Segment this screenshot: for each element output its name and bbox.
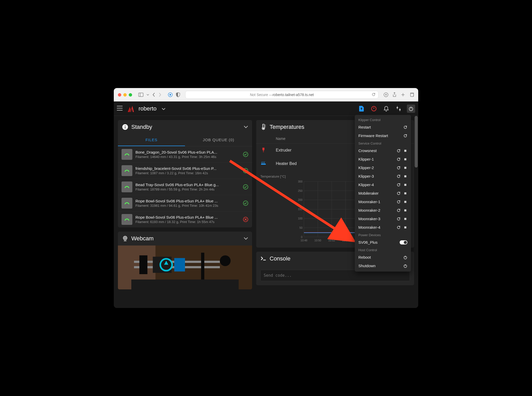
dropdown-item-label: Moonraker-2 xyxy=(358,208,394,212)
collapse-icon[interactable] xyxy=(244,236,248,241)
dropdown-item-label: Klipper-2 xyxy=(358,165,394,170)
dropdown-section-header: Power Devices xyxy=(355,232,411,238)
scrollbar[interactable] xyxy=(415,116,418,168)
terminal-icon xyxy=(260,256,267,262)
upload-file-button[interactable] xyxy=(357,105,366,113)
file-meta: Filament: 1087 mm / 3.22 g, Print Time: … xyxy=(135,171,240,175)
new-tab-icon[interactable] xyxy=(401,92,405,97)
dropdown-item[interactable]: Klipper-4 xyxy=(355,180,411,189)
file-thumbnail xyxy=(122,149,132,160)
svg-point-39 xyxy=(263,128,264,129)
dropdown-item-label: Moonraker-3 xyxy=(358,217,394,221)
webcam-stream[interactable] xyxy=(118,245,252,289)
dropdown-item-label: Moonraker-4 xyxy=(358,225,394,229)
notifications-button[interactable] xyxy=(382,105,390,113)
maximize-window-button[interactable] xyxy=(129,93,132,97)
svg-rect-20 xyxy=(124,184,130,190)
tab-job-queue[interactable]: JOB QUEUE (0) xyxy=(185,134,252,146)
svg-point-27 xyxy=(124,237,126,239)
toggle-switch[interactable] xyxy=(400,240,407,244)
dropdown-section-header: Klipper Control xyxy=(355,116,411,123)
file-row[interactable]: friendship_bracelent-Sovol Sv06 Plus-eSu… xyxy=(118,163,252,179)
dropdown-item-label: Shutdown xyxy=(358,264,401,268)
dropdown-item-label: Klipper-1 xyxy=(358,157,394,161)
dropdown-section-header: Service Control xyxy=(355,140,411,146)
security-label: Not Secure — xyxy=(250,93,273,97)
power-menu-button[interactable] xyxy=(407,105,415,113)
svg-rect-18 xyxy=(124,168,130,174)
file-thumbnail xyxy=(122,198,132,209)
reload-icon[interactable] xyxy=(372,92,376,97)
dropdown-item[interactable]: SV06_Plus xyxy=(355,238,411,247)
svg-rect-8 xyxy=(117,110,123,110)
file-row[interactable]: Bead Tray-Sovol Sv06 Plus-eSun PLA+ Blue… xyxy=(118,179,252,195)
success-icon xyxy=(243,200,248,206)
webcam-icon xyxy=(122,235,128,242)
svg-rect-77 xyxy=(404,226,406,228)
dropdown-item[interactable]: Klipper-1 xyxy=(355,155,411,163)
svg-rect-71 xyxy=(404,175,406,177)
dropdown-item[interactable]: Restart xyxy=(355,123,411,131)
svg-text:100: 100 xyxy=(298,217,303,220)
tabs-overview-icon[interactable] xyxy=(409,92,414,97)
dropdown-item-label: Klipper-3 xyxy=(358,174,394,178)
url-bar[interactable]: Not Secure — roberto.tailnet-a578.ts.net xyxy=(185,91,378,99)
settings-button[interactable] xyxy=(394,105,403,113)
svg-rect-35 xyxy=(174,258,185,272)
chevron-down-icon[interactable] xyxy=(147,94,149,96)
menu-button[interactable] xyxy=(117,106,123,112)
close-window-button[interactable] xyxy=(118,93,121,97)
file-row[interactable]: Rope Bowl-Sovol Sv06 Plus-eSun PLA+ Blue… xyxy=(118,195,252,211)
dropdown-item[interactable]: Klipper-3 xyxy=(355,172,411,180)
dropdown-item-label: SV06_Plus xyxy=(358,240,398,244)
sidebar-icon[interactable] xyxy=(138,93,143,97)
dropdown-item[interactable]: Moonraker-3 xyxy=(355,215,411,223)
dropdown-item[interactable]: Reboot xyxy=(355,253,411,262)
svg-rect-32 xyxy=(139,255,147,274)
forward-button[interactable] xyxy=(158,92,162,97)
dropdown-item[interactable]: Moonraker-2 xyxy=(355,206,411,215)
collapse-icon[interactable] xyxy=(244,125,248,129)
success-icon xyxy=(243,168,248,173)
emergency-stop-button[interactable] xyxy=(370,105,378,113)
error-icon xyxy=(243,217,248,222)
dropdown-item[interactable]: Moonraker-1 xyxy=(355,197,411,206)
share-icon[interactable] xyxy=(392,92,397,97)
dropdown-item[interactable]: Klipper-2 xyxy=(355,163,411,172)
file-meta: Filament: 6193 mm / 18.32 g, Print Time:… xyxy=(135,220,240,224)
titlebar: Not Secure — roberto.tailnet-a578.ts.net xyxy=(114,88,418,101)
tab-files[interactable]: FILES xyxy=(118,134,185,146)
minimize-window-button[interactable] xyxy=(123,93,127,97)
svg-rect-16 xyxy=(124,151,130,157)
file-row[interactable]: Bone_Dragon_20-Sovol Sv06 Plus-eSun PLA.… xyxy=(118,146,252,163)
file-name: Bone_Dragon_20-Sovol Sv06 Plus-eSun PLA.… xyxy=(135,150,240,154)
svg-rect-72 xyxy=(404,184,406,186)
svg-point-11 xyxy=(399,109,401,110)
svg-rect-68 xyxy=(404,150,406,152)
file-row[interactable]: Rope Bowl-Sovol Sv06 Plus-eSun PLA+ Blue… xyxy=(118,211,252,227)
panel-title: Webcam xyxy=(131,235,241,242)
printer-name[interactable]: roberto xyxy=(139,105,157,112)
svg-text:10:50: 10:50 xyxy=(315,239,321,242)
dropdown-item[interactable]: Crowsnest xyxy=(355,146,411,155)
shield-icon[interactable] xyxy=(176,92,180,97)
svg-text:150: 150 xyxy=(298,208,303,211)
dropdown-item[interactable]: Shutdown xyxy=(355,262,411,270)
downloads-icon[interactable] xyxy=(384,92,388,97)
back-button[interactable] xyxy=(152,92,155,97)
printer-select-chevron-icon[interactable] xyxy=(162,106,165,111)
dropdown-item-label: Restart xyxy=(358,125,401,129)
dropdown-item[interactable]: Firmware Restart xyxy=(355,131,411,140)
svg-text:10:54: 10:54 xyxy=(342,239,349,242)
svg-rect-67 xyxy=(263,260,266,260)
dropdown-item[interactable]: Moonraker-4 xyxy=(355,223,411,232)
privacy-icon[interactable] xyxy=(168,92,173,97)
dropdown-item[interactable]: Mobileraker xyxy=(355,189,411,197)
info-icon xyxy=(122,124,128,130)
svg-text:10:52: 10:52 xyxy=(328,239,335,242)
file-meta: Filament: 31981 mm / 94.61 g, Print Time… xyxy=(135,204,240,208)
svg-rect-40 xyxy=(261,164,266,165)
svg-rect-24 xyxy=(124,216,130,223)
svg-point-10 xyxy=(397,107,398,108)
file-thumbnail xyxy=(122,181,132,192)
